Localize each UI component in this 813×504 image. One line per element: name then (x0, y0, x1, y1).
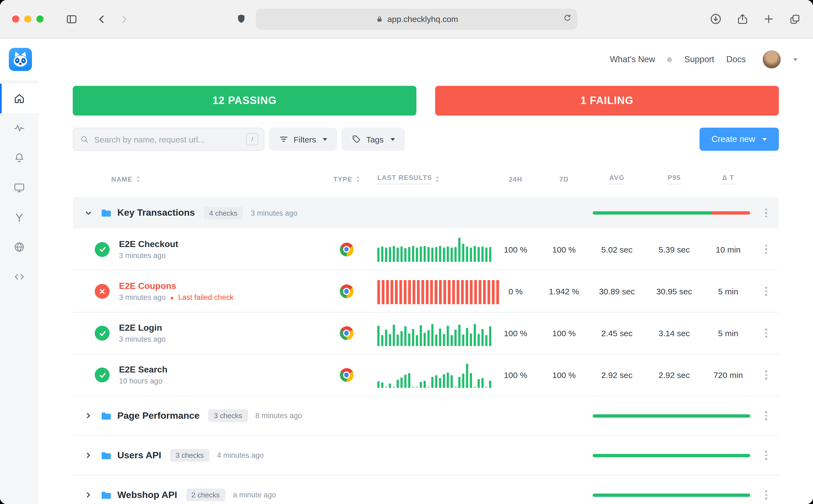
collapse-group-button[interactable] (83, 209, 94, 217)
column-header-last-results[interactable]: LAST RESULTS (362, 174, 491, 184)
sort-icon (436, 176, 439, 182)
nav-whats-new[interactable]: What's New (610, 54, 655, 64)
column-header-7d[interactable]: 7D (540, 175, 588, 183)
group-checks-badge: 2 checks (186, 489, 225, 501)
folder-icon (100, 207, 111, 218)
sidebar-item-alerts[interactable] (0, 143, 39, 173)
chrome-browser-icon (340, 326, 353, 340)
check-row-e2e-login[interactable]: E2E Login 3 minutes ago 100 % 100 % 2.45… (73, 312, 779, 354)
folder-icon (100, 410, 111, 421)
stat-7d: 100 % (540, 328, 588, 338)
check-name[interactable]: E2E Coupons (119, 281, 234, 291)
sidebar-item-home[interactable] (0, 84, 39, 113)
column-header-avg[interactable]: AVG (588, 174, 646, 184)
group-menu-button[interactable] (762, 448, 771, 463)
stat-p95: 5.39 sec (646, 245, 703, 254)
share-button[interactable] (736, 13, 749, 25)
group-checks-badge: 3 checks (209, 409, 248, 422)
stat-24h: 100 % (491, 245, 540, 254)
check-name[interactable]: E2E Checkout (119, 239, 178, 249)
create-new-button[interactable]: Create new (699, 128, 779, 151)
browser-toolbar: app.checklyhq.com (0, 0, 813, 39)
row-menu-button[interactable] (762, 284, 771, 299)
group-updated: a minute ago (233, 491, 276, 499)
group-updated: 3 minutes ago (251, 209, 298, 217)
bell-icon (13, 152, 25, 164)
check-row-e2e-search[interactable]: E2E Search 10 hours ago 100 % 100 % 2.92… (73, 354, 779, 396)
passing-banner[interactable]: 12 PASSING (73, 86, 416, 116)
sidebar-item-snippets[interactable] (0, 262, 39, 292)
forward-button[interactable] (118, 13, 129, 24)
close-window-button[interactable] (12, 15, 19, 23)
column-header-p95[interactable]: P95 (646, 174, 703, 184)
expand-group-button[interactable] (83, 491, 94, 499)
check-row-e2e-checkout[interactable]: E2E Checkout 3 minutes ago 100 % 100 % 5… (73, 228, 779, 270)
globe-icon (13, 241, 25, 253)
group-row-page-performance[interactable]: Page Performance 3 checks 8 minutes ago (73, 396, 779, 435)
tab-overview-button[interactable] (789, 13, 801, 25)
search-input[interactable] (94, 135, 241, 144)
group-row-webshop-api[interactable]: Webshop API 2 checks a minute ago (73, 475, 779, 504)
refresh-button[interactable] (563, 13, 572, 25)
status-banners: 12 PASSING 1 FAILING (73, 86, 779, 116)
column-header-24h[interactable]: 24H (491, 175, 540, 183)
chevron-right-icon (84, 412, 92, 420)
column-header-type[interactable]: TYPE (331, 175, 362, 183)
stat-7d: 1.942 % (540, 287, 588, 296)
stat-24h: 0 % (491, 287, 540, 296)
stat-delta-t: 5 min (703, 287, 754, 296)
last-results-header-label: LAST RESULTS (377, 174, 432, 184)
check-name[interactable]: E2E Search (119, 365, 167, 375)
group-row-key-transactions[interactable]: Key Transactions 4 checks 3 minutes ago (73, 198, 779, 228)
minimize-window-button[interactable] (24, 15, 31, 23)
sidebar-toggle-button[interactable] (65, 13, 78, 25)
group-row-users-api[interactable]: Users API 3 checks 4 minutes ago (73, 435, 779, 475)
new-tab-button[interactable] (763, 13, 774, 25)
filter-icon (279, 134, 289, 144)
chevron-down-icon[interactable] (793, 58, 798, 61)
chrome-browser-icon (340, 368, 353, 382)
row-menu-button[interactable] (762, 242, 771, 257)
group-menu-button[interactable] (762, 487, 771, 503)
zoom-window-button[interactable] (36, 15, 43, 23)
check-name[interactable]: E2E Login (119, 323, 166, 333)
sidebar-item-private-locations[interactable] (0, 232, 39, 262)
back-button[interactable] (96, 13, 107, 24)
column-header-name[interactable]: NAME (73, 175, 331, 183)
avatar[interactable] (762, 50, 781, 69)
check-row-e2e-coupons[interactable]: E2E Coupons 3 minutes ago ● Last failed … (73, 270, 779, 312)
filters-label: Filters (294, 135, 316, 144)
last-failed-note[interactable]: Last failed check (178, 293, 234, 302)
group-menu-button[interactable] (762, 408, 771, 424)
filters-button[interactable]: Filters (269, 128, 337, 151)
status-passing-icon (95, 242, 110, 257)
downloads-button[interactable] (710, 13, 722, 25)
search-icon (80, 135, 89, 144)
stat-avg: 5.02 sec (588, 245, 646, 254)
address-bar[interactable]: app.checklyhq.com (256, 9, 577, 29)
sidebar-item-activity[interactable] (0, 113, 39, 143)
expand-group-button[interactable] (83, 451, 94, 459)
home-icon (13, 92, 25, 105)
group-updated: 8 minutes ago (255, 412, 302, 420)
notification-dot (667, 57, 672, 62)
sidebar-toggle-icon (65, 13, 78, 25)
failing-banner[interactable]: 1 FAILING (435, 86, 779, 116)
row-menu-button[interactable] (762, 325, 771, 341)
group-menu-button[interactable] (762, 205, 771, 221)
stat-24h: 100 % (491, 328, 540, 338)
table-header: NAME TYPE LAST RESULTS 24H 7D (73, 174, 779, 184)
sidebar-item-maintenance[interactable] (0, 202, 39, 232)
nav-docs[interactable]: Docs (726, 54, 746, 64)
checkly-logo[interactable] (9, 48, 32, 71)
privacy-shield-button[interactable] (236, 13, 247, 25)
chevron-down-icon (84, 209, 92, 217)
row-menu-button[interactable] (762, 367, 771, 383)
nav-support[interactable]: Support (684, 54, 714, 64)
sort-icon (136, 176, 140, 182)
tags-button[interactable]: Tags (342, 128, 405, 151)
expand-group-button[interactable] (83, 412, 94, 420)
column-header-delta-t[interactable]: Δ T (703, 174, 754, 184)
sidebar-item-dashboards[interactable] (0, 173, 39, 202)
browser-actions (710, 13, 801, 25)
